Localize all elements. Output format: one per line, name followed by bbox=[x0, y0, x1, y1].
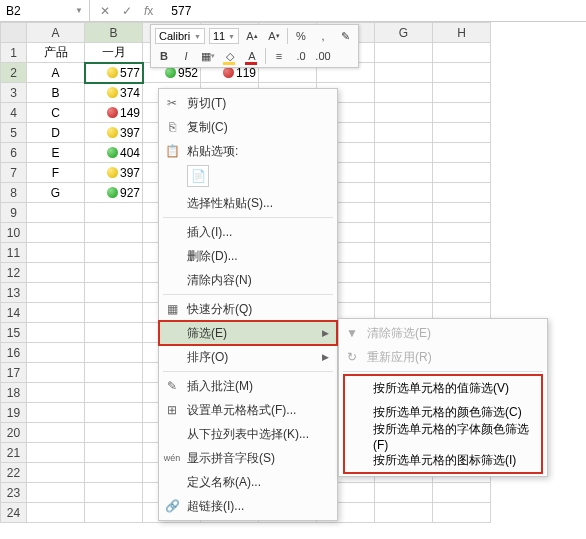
menu-format-cells[interactable]: ⊞设置单元格格式(F)... bbox=[159, 398, 337, 422]
cell-reference: B2 bbox=[6, 4, 21, 18]
cell-selected[interactable]: 577 bbox=[85, 63, 143, 83]
clear-filter-icon: ▼ bbox=[343, 324, 361, 342]
comma-icon[interactable]: , bbox=[314, 27, 332, 45]
row-header[interactable]: 18 bbox=[1, 383, 27, 403]
menu-clear[interactable]: 清除内容(N) bbox=[159, 268, 337, 292]
menu-hyperlink[interactable]: 🔗超链接(I)... bbox=[159, 494, 337, 518]
status-dot-icon bbox=[107, 147, 118, 158]
menu-quick-analysis[interactable]: ▦快速分析(Q) bbox=[159, 297, 337, 321]
cell[interactable]: 374 bbox=[85, 83, 143, 103]
cell[interactable]: 产品 bbox=[27, 43, 85, 63]
row-header[interactable]: 10 bbox=[1, 223, 27, 243]
cell[interactable]: 397 bbox=[85, 123, 143, 143]
cell[interactable]: G bbox=[27, 183, 85, 203]
border-icon[interactable]: ▦▾ bbox=[199, 47, 217, 65]
fx-controls: ✕ ✓ fx bbox=[90, 4, 163, 18]
menu-paste-special[interactable]: 选择性粘贴(S)... bbox=[159, 191, 337, 215]
row-header[interactable]: 2 bbox=[1, 63, 27, 83]
row-header[interactable]: 21 bbox=[1, 443, 27, 463]
col-header-B[interactable]: B bbox=[85, 23, 143, 43]
cell[interactable]: D bbox=[27, 123, 85, 143]
fill-color-icon[interactable]: ◇ bbox=[221, 47, 239, 65]
increase-decimal-icon[interactable]: .00 bbox=[314, 47, 332, 65]
row-header[interactable]: 12 bbox=[1, 263, 27, 283]
row-header[interactable]: 1 bbox=[1, 43, 27, 63]
row-header[interactable]: 11 bbox=[1, 243, 27, 263]
format-icon: ⊞ bbox=[163, 401, 181, 419]
submenu-reapply[interactable]: ↻重新应用(R) bbox=[339, 345, 547, 369]
menu-delete[interactable]: 删除(D)... bbox=[159, 244, 337, 268]
confirm-icon[interactable]: ✓ bbox=[122, 4, 132, 18]
formula-value[interactable]: 577 bbox=[163, 4, 191, 18]
row-header[interactable]: 5 bbox=[1, 123, 27, 143]
cell[interactable]: 404 bbox=[85, 143, 143, 163]
context-menu: ✂剪切(T) ⎘复制(C) 📋粘贴选项: 📄 选择性粘贴(S)... 插入(I)… bbox=[158, 88, 338, 521]
row-header[interactable]: 6 bbox=[1, 143, 27, 163]
row-header[interactable]: 13 bbox=[1, 283, 27, 303]
fx-icon[interactable]: fx bbox=[144, 4, 153, 18]
submenu-clear-filter[interactable]: ▼清除筛选(E) bbox=[339, 321, 547, 345]
menu-insert-comment[interactable]: ✎插入批注(M) bbox=[159, 374, 337, 398]
submenu-filter-by-font-color[interactable]: 按所选单元格的字体颜色筛选(F) bbox=[345, 424, 541, 448]
row-header[interactable]: 14 bbox=[1, 303, 27, 323]
align-icon[interactable]: ≡ bbox=[270, 47, 288, 65]
row-header[interactable]: 7 bbox=[1, 163, 27, 183]
status-dot-icon bbox=[107, 167, 118, 178]
font-size-select[interactable]: 11▼ bbox=[209, 28, 239, 44]
col-header-G[interactable]: G bbox=[375, 23, 433, 43]
format-painter-icon[interactable]: ✎ bbox=[336, 27, 354, 45]
row-header[interactable]: 3 bbox=[1, 83, 27, 103]
cell[interactable]: B bbox=[27, 83, 85, 103]
cell[interactable]: 149 bbox=[85, 103, 143, 123]
name-box[interactable]: B2 ▼ bbox=[0, 0, 90, 21]
bold-button[interactable]: B bbox=[155, 47, 173, 65]
italic-button[interactable]: I bbox=[177, 47, 195, 65]
row-header[interactable]: 19 bbox=[1, 403, 27, 423]
dropdown-icon[interactable]: ▼ bbox=[75, 6, 83, 15]
scissors-icon: ✂ bbox=[163, 94, 181, 112]
menu-paste-options: 📋粘贴选项: bbox=[159, 139, 337, 163]
font-name-select[interactable]: Calibri▼ bbox=[155, 28, 205, 44]
status-dot-icon bbox=[223, 67, 234, 78]
col-header-H[interactable]: H bbox=[433, 23, 491, 43]
cell[interactable]: E bbox=[27, 143, 85, 163]
cancel-icon[interactable]: ✕ bbox=[100, 4, 110, 18]
paste-option-button[interactable]: 📄 bbox=[187, 165, 209, 187]
row-header[interactable]: 8 bbox=[1, 183, 27, 203]
menu-insert[interactable]: 插入(I)... bbox=[159, 220, 337, 244]
row-header[interactable]: 9 bbox=[1, 203, 27, 223]
increase-font-icon[interactable]: A▴ bbox=[243, 27, 261, 45]
menu-sort[interactable]: 排序(O)▶ bbox=[159, 345, 337, 369]
cell[interactable]: 一月 bbox=[85, 43, 143, 63]
row-header[interactable]: 20 bbox=[1, 423, 27, 443]
row-header[interactable]: 22 bbox=[1, 463, 27, 483]
cell[interactable]: C bbox=[27, 103, 85, 123]
font-color-icon[interactable]: A bbox=[243, 47, 261, 65]
status-dot-icon bbox=[107, 67, 118, 78]
cell[interactable]: F bbox=[27, 163, 85, 183]
select-all-corner[interactable] bbox=[1, 23, 27, 43]
row-header[interactable]: 4 bbox=[1, 103, 27, 123]
cell[interactable]: A bbox=[27, 63, 85, 83]
submenu-filter-by-value[interactable]: 按所选单元格的值筛选(V) bbox=[345, 376, 541, 400]
col-header-A[interactable]: A bbox=[27, 23, 85, 43]
submenu-filter-by-icon[interactable]: 按所选单元格的图标筛选(I) bbox=[345, 448, 541, 472]
row-header[interactable]: 23 bbox=[1, 483, 27, 503]
cell[interactable]: 397 bbox=[85, 163, 143, 183]
row-header[interactable]: 24 bbox=[1, 503, 27, 523]
menu-copy[interactable]: ⎘复制(C) bbox=[159, 115, 337, 139]
row-header[interactable]: 16 bbox=[1, 343, 27, 363]
menu-cut[interactable]: ✂剪切(T) bbox=[159, 91, 337, 115]
cell[interactable]: 927 bbox=[85, 183, 143, 203]
decrease-font-icon[interactable]: A▾ bbox=[265, 27, 283, 45]
comment-icon: ✎ bbox=[163, 377, 181, 395]
submenu-arrow-icon: ▶ bbox=[322, 328, 329, 338]
percent-icon[interactable]: % bbox=[292, 27, 310, 45]
menu-define-name[interactable]: 定义名称(A)... bbox=[159, 470, 337, 494]
decrease-decimal-icon[interactable]: .0 bbox=[292, 47, 310, 65]
menu-filter[interactable]: 筛选(E)▶ bbox=[159, 321, 337, 345]
row-header[interactable]: 15 bbox=[1, 323, 27, 343]
menu-dropdown-list[interactable]: 从下拉列表中选择(K)... bbox=[159, 422, 337, 446]
row-header[interactable]: 17 bbox=[1, 363, 27, 383]
menu-pinyin[interactable]: wén显示拼音字段(S) bbox=[159, 446, 337, 470]
